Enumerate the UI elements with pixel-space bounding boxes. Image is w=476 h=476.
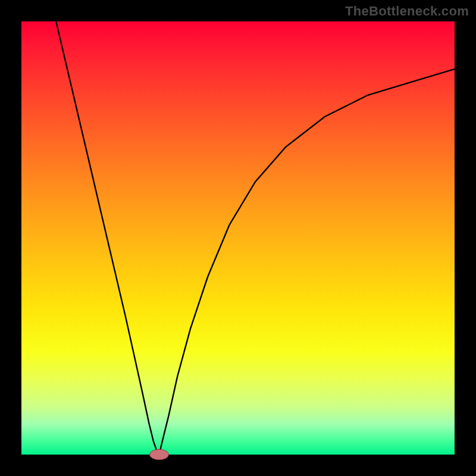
curve-left xyxy=(56,21,159,455)
plot-area xyxy=(21,21,455,455)
curve-right xyxy=(159,69,455,455)
minimum-marker xyxy=(150,449,169,459)
bottleneck-curve xyxy=(21,21,455,455)
chart-frame: TheBottleneck.com xyxy=(0,0,476,476)
watermark-text: TheBottleneck.com xyxy=(345,4,469,19)
